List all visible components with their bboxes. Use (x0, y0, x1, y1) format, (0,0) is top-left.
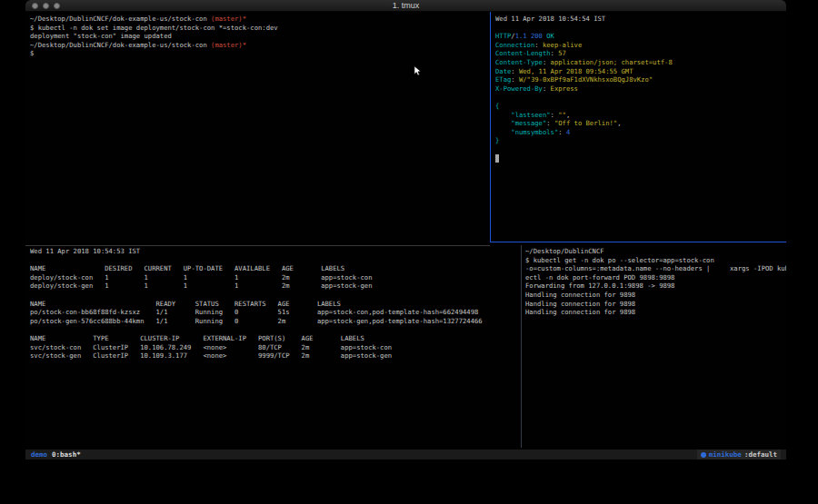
pane-border-vertical-bottom[interactable] (521, 245, 522, 448)
terminal-line: Date: Wed, 11 Apr 2018 09:54:55 GMT (495, 67, 786, 76)
kube-namespace: :default (744, 450, 777, 459)
terminal-line: Handling connection for 9898 (525, 300, 786, 309)
terminal-line (495, 24, 786, 33)
kube-status: minikube :default (697, 450, 781, 460)
terminal-line: "lastseen": "", (495, 111, 786, 120)
terminal-line (30, 256, 517, 265)
terminal-line: X-Powered-By: Express (495, 84, 786, 94)
terminal-line: Content-Type: application/json; charset=… (495, 58, 786, 67)
terminal-line: Wed 11 Apr 2018 10:54:54 IST (495, 15, 786, 24)
terminal-line: $ (30, 49, 489, 58)
terminal-line (30, 325, 517, 334)
kubernetes-icon (701, 452, 706, 458)
pane-border-horizontal-left[interactable] (25, 245, 490, 246)
pane-bottom-left-kubectl-get[interactable]: Wed 11 Apr 2018 10:54:53 IST NAME DESIRE… (30, 247, 517, 450)
terminal-line: ~/Desktop/DublinCNCF/dok-example-us/stoc… (30, 15, 489, 24)
terminal-line: po/stock-con-bb68f88fd-kzsxz 1/1 Running… (30, 308, 517, 317)
terminal-line: Wed 11 Apr 2018 10:54:53 IST (30, 247, 517, 256)
terminal-line (30, 291, 517, 300)
terminal-line: ~/Desktop/DublinCNCF (525, 247, 786, 256)
tmux-status-bar: demo 0:bash* minikube :default (25, 450, 786, 460)
zoom-button[interactable] (54, 3, 60, 9)
desktop-background: 1. tmux ~/Desktop/DublinCNCF/dok-example… (0, 0, 818, 504)
terminal-line: po/stock-gen-576cc688bb-44kmn 1/1 Runnin… (30, 317, 517, 326)
terminal-line: Forwarding from 127.0.0.1:9898 -> 9898 (525, 282, 786, 291)
terminal-line: } (495, 136, 786, 145)
traffic-lights (32, 3, 60, 9)
terminal-line: Handling connection for 9898 (525, 291, 786, 300)
terminal-window: 1. tmux ~/Desktop/DublinCNCF/dok-example… (25, 0, 786, 460)
close-button[interactable] (32, 3, 38, 9)
session-name[interactable]: demo (31, 450, 47, 459)
terminal-line: $ kubectl -n dok set image deployment/st… (30, 24, 489, 33)
terminal-line: { (495, 102, 786, 111)
terminal-line: Handling connection for 9898 (525, 308, 786, 317)
terminal-line: NAME READY STATUS RESTARTS AGE LABELS (30, 300, 517, 309)
terminal-line: HTTP/1.1 200 OK (495, 32, 786, 41)
terminal-line: ~/Desktop/DublinCNCF/dok-example-us/stoc… (30, 41, 489, 50)
tmux-terminal: ~/Desktop/DublinCNCF/dok-example-us/stoc… (25, 12, 786, 450)
terminal-line: ectl -n dok port-forward POD 9898:9898 (525, 273, 786, 282)
pane-border-horizontal-right[interactable] (490, 242, 786, 242)
terminal-line: "numsymbols": 4 (495, 128, 786, 137)
terminal-line: deploy/stock-gen 1 1 1 1 2m app=stock-ge… (30, 282, 517, 291)
terminal-line: "message": "Off to Berlin!", (495, 119, 786, 128)
window-titlebar[interactable]: 1. tmux (25, 0, 786, 12)
terminal-line: deploy/stock-con 1 1 1 1 2m app=stock-co… (30, 273, 517, 282)
minimize-button[interactable] (43, 3, 49, 9)
terminal-line: ETag: W/"39-0xBPf9aF1dXVNkhsxoBQgJ8vKzo" (495, 75, 786, 84)
terminal-line: deployment "stock-con" image updated (30, 32, 489, 41)
terminal-line: Connection: keep-alive (495, 41, 786, 50)
terminal-line (495, 93, 786, 102)
window-title: 1. tmux (393, 0, 420, 12)
mouse-cursor (414, 65, 422, 77)
terminal-line: -o=custom-columns=:metadata.name --no-he… (525, 264, 786, 273)
terminal-line: NAME TYPE CLUSTER-IP EXTERNAL-IP PORT(S)… (30, 334, 517, 343)
kube-context: minikube (709, 450, 742, 459)
pane-top-right-http-response[interactable]: Wed 11 Apr 2018 10:54:54 IST HTTP/1.1 20… (495, 15, 786, 242)
pane-top-left-shell[interactable]: ~/Desktop/DublinCNCF/dok-example-us/stoc… (30, 15, 489, 242)
terminal-line (495, 154, 786, 163)
pane-border-vertical-top[interactable] (490, 12, 491, 242)
terminal-line: svc/stock-con ClusterIP 10.106.78.249 <n… (30, 343, 517, 352)
window-list-item[interactable]: 0:bash* (52, 450, 81, 459)
terminal-line: Content-Length: 57 (495, 49, 786, 58)
terminal-line: svc/stock-gen ClusterIP 10.109.3.177 <no… (30, 351, 517, 361)
pane-bottom-right-port-forward[interactable]: ~/Desktop/DublinCNCF$ kubectl get -n dok… (525, 247, 786, 450)
terminal-line (495, 145, 786, 154)
terminal-line: $ kubectl get -n dok po --selector=app=s… (525, 256, 786, 265)
terminal-line: NAME DESIRED CURRENT UP-TO-DATE AVAILABL… (30, 264, 517, 273)
